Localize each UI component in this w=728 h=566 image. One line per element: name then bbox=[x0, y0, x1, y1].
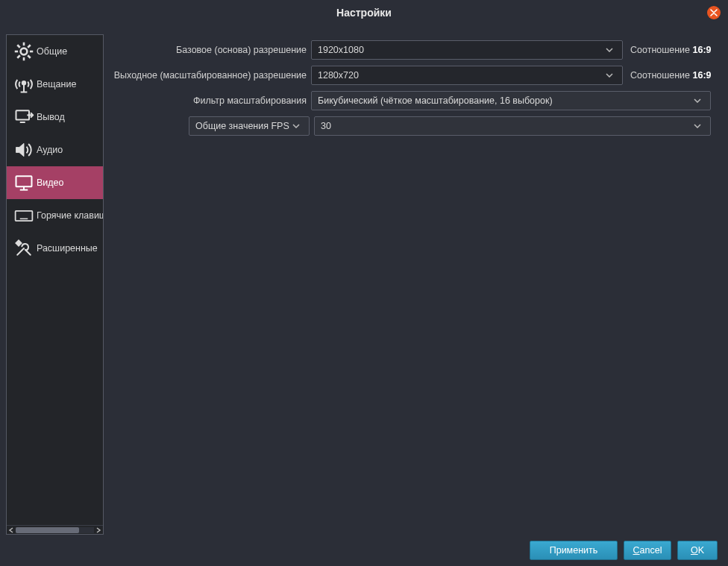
sidebar-item-video[interactable]: Видео bbox=[7, 166, 103, 199]
fps-value-combo[interactable]: 30 bbox=[314, 116, 711, 136]
base-resolution-label: Базовое (основа) разрешение bbox=[111, 45, 311, 55]
output-resolution-combo[interactable]: 1280x720 bbox=[311, 66, 623, 85]
sidebar-item-label: Аудио bbox=[37, 145, 63, 155]
output-resolution-label: Выходное (масштабированное) разрешение bbox=[111, 70, 311, 81]
svg-line-8 bbox=[17, 55, 20, 58]
apply-button[interactable]: Применить bbox=[530, 541, 618, 560]
sidebar-item-label: Общие bbox=[37, 46, 67, 57]
sidebar-item-general[interactable]: Общие bbox=[7, 35, 103, 68]
tools-icon bbox=[11, 238, 37, 259]
titlebar: Настройки bbox=[0, 0, 728, 25]
svg-line-6 bbox=[28, 55, 31, 58]
cancel-button[interactable]: Cancel bbox=[624, 541, 671, 560]
output-aspect-ratio: Соотношение 16:9 bbox=[630, 70, 712, 81]
settings-sidebar: Общие Вещание Вывод Аудио bbox=[6, 34, 104, 535]
combo-value: 1280x720 bbox=[318, 70, 359, 81]
chevron-down-icon bbox=[603, 48, 616, 52]
scrollbar-thumb[interactable] bbox=[16, 527, 79, 533]
close-icon bbox=[710, 9, 718, 16]
sidebar-item-label: Вещание bbox=[37, 79, 76, 89]
combo-value: 30 bbox=[321, 121, 331, 131]
speaker-icon bbox=[11, 139, 37, 160]
sidebar-horizontal-scrollbar[interactable] bbox=[7, 525, 103, 534]
output-icon bbox=[11, 107, 37, 128]
keyboard-icon bbox=[11, 205, 37, 226]
svg-point-0 bbox=[21, 48, 28, 55]
sidebar-item-label: Видео bbox=[37, 177, 64, 188]
downscale-filter-label: Фильтр масштабирования bbox=[111, 95, 311, 106]
sidebar-item-label: Вывод bbox=[37, 112, 65, 122]
sidebar-item-label: Горячие клавиши bbox=[37, 210, 103, 221]
monitor-icon bbox=[11, 172, 37, 193]
dialog-footer: Применить Cancel OK bbox=[0, 535, 728, 566]
chevron-down-icon bbox=[603, 73, 616, 78]
chevron-down-icon bbox=[289, 124, 303, 128]
scroll-left-arrow-icon[interactable] bbox=[7, 526, 16, 535]
svg-point-9 bbox=[22, 81, 25, 84]
base-resolution-combo[interactable]: 1920x1080 bbox=[311, 40, 623, 60]
broadcast-icon bbox=[11, 74, 37, 95]
gear-icon bbox=[11, 41, 37, 62]
svg-line-5 bbox=[17, 45, 20, 48]
scroll-right-arrow-icon[interactable] bbox=[94, 526, 103, 535]
close-button[interactable] bbox=[707, 6, 721, 19]
downscale-filter-combo[interactable]: Бикубический (чёткое масштабирование, 16… bbox=[311, 91, 711, 110]
chevron-down-icon bbox=[691, 98, 704, 103]
base-aspect-ratio: Соотношение 16:9 bbox=[630, 45, 712, 55]
combo-value: Бикубический (чёткое масштабирование, 16… bbox=[318, 95, 553, 106]
sidebar-item-hotkeys[interactable]: Горячие клавиши bbox=[7, 199, 103, 232]
svg-line-7 bbox=[28, 45, 31, 48]
sidebar-item-audio[interactable]: Аудио bbox=[7, 133, 103, 166]
combo-value: Общие значения FPS bbox=[195, 121, 289, 131]
settings-panel-video: Базовое (основа) разрешение 1920x1080 Со… bbox=[104, 34, 724, 535]
sidebar-item-output[interactable]: Вывод bbox=[7, 101, 103, 133]
ok-button[interactable]: OK bbox=[677, 541, 718, 560]
fps-type-combo[interactable]: Общие значения FPS bbox=[189, 116, 310, 136]
combo-value: 1920x1080 bbox=[318, 45, 364, 55]
sidebar-item-label: Расширенные bbox=[37, 243, 98, 254]
svg-rect-14 bbox=[16, 176, 32, 186]
scrollbar-track[interactable] bbox=[16, 527, 94, 533]
chevron-down-icon bbox=[691, 124, 704, 128]
sidebar-item-advanced[interactable]: Расширенные bbox=[7, 232, 103, 265]
sidebar-item-stream[interactable]: Вещание bbox=[7, 68, 103, 101]
window-title: Настройки bbox=[336, 7, 392, 19]
